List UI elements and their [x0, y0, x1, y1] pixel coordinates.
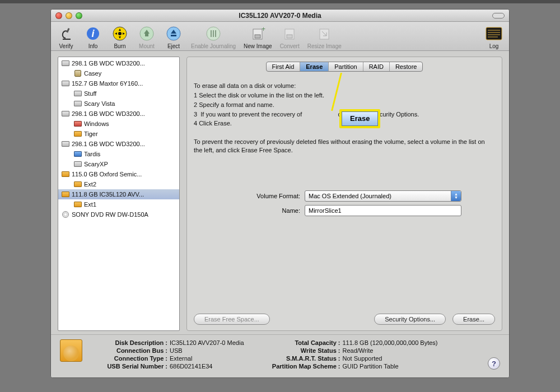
disk-list-item[interactable]: Scary Vista [58, 99, 179, 109]
hd-icon [62, 141, 69, 147]
instructions-step2: 2 Specify a format and name. [194, 101, 495, 109]
disk-list-item-label: 152.7 GB Maxtor 6Y160... [72, 80, 143, 87]
new-image-button[interactable]: + New Image [244, 24, 272, 49]
disk-list-item-label: Casey [84, 70, 101, 77]
help-button[interactable]: ? [488, 357, 500, 370]
info-button[interactable]: i Info [83, 24, 102, 49]
disk-list-item[interactable]: Tardis [58, 149, 179, 159]
orange-icon [74, 201, 82, 208]
orange-icon [62, 191, 69, 198]
letterbox [0, 3, 560, 9]
volume-format-label: Volume Format: [194, 193, 300, 199]
titlebar: IC35L120 AVV207-0 Media [51, 10, 509, 22]
callout-erase-button: Erase [342, 111, 378, 126]
blue-icon [74, 151, 82, 157]
disk-list-item-label: Tiger [84, 130, 98, 137]
tab-raid[interactable]: RAID [363, 62, 390, 71]
toolbar-toggle-icon[interactable] [492, 13, 505, 18]
disk-list-item[interactable]: Casey [58, 68, 179, 78]
disk-list-item-label: ScaryXP [84, 161, 108, 167]
disk-list-item-label: 115.0 GB Oxford Semic... [72, 171, 142, 178]
erase-button[interactable]: Erase... [452, 314, 495, 325]
verify-button[interactable]: Verify [57, 24, 76, 49]
disk-list-item[interactable]: ScaryXP [58, 159, 179, 169]
disk-list[interactable]: 298.1 GB WDC WD3200...Casey152.7 GB Maxt… [58, 57, 180, 331]
svg-rect-6 [145, 34, 148, 36]
log-button[interactable]: Log [484, 24, 503, 49]
disk-list-item-label: Ext2 [84, 181, 96, 188]
instructions-note: To prevent the recovery of previously de… [194, 138, 495, 155]
tab-restore[interactable]: Restore [390, 62, 423, 71]
disk-list-item[interactable]: Ext2 [58, 179, 179, 189]
hd-icon [62, 80, 69, 87]
new-image-icon: + [248, 24, 267, 43]
disk-list-item-label: Tardis [84, 151, 100, 157]
letterbox-bottom [0, 378, 560, 392]
disk-list-item[interactable]: 111.8 GB IC35L120 AVV... [58, 189, 179, 199]
footer-right-column: Total Capacity :111.8 GB (120,000,000,00… [264, 339, 438, 370]
disk-list-item-label: Scary Vista [84, 100, 115, 107]
hd-icon [74, 161, 82, 167]
disk-list-item[interactable]: Stuff [58, 88, 179, 99]
volume-name-label: Name: [194, 207, 300, 214]
hd-icon [62, 110, 69, 117]
cd-icon [62, 211, 69, 218]
disk-large-icon [60, 339, 82, 362]
disk-list-item[interactable]: 115.0 GB Oxford Semic... [58, 169, 179, 179]
footer-left-column: Disk Description :IC35L120 AVV207-0 Medi… [91, 339, 244, 370]
orange-icon [74, 130, 82, 137]
hd-icon [62, 60, 69, 67]
disk-list-item[interactable]: SONY DVD RW DW-D150A [58, 209, 179, 220]
disk-utility-window: IC35L120 AVV207-0 Media Verify i Info Bu… [50, 9, 510, 378]
volume-name-input[interactable]: MirrorSlice1 [305, 205, 461, 216]
volume-name-value: MirrorSlice1 [309, 207, 342, 214]
disk-list-item[interactable]: Ext1 [58, 199, 179, 209]
resize-button[interactable]: Resize Image [307, 24, 342, 49]
disk-list-item-label: Stuff [84, 90, 96, 97]
disk-list-item-label: 298.1 GB WDC WD3200... [72, 110, 145, 117]
tab-partition[interactable]: Partition [329, 62, 363, 71]
tab-first-aid[interactable]: First Aid [267, 62, 301, 71]
orange-icon [74, 181, 82, 188]
disk-list-item-label: Ext1 [84, 201, 96, 208]
select-arrows-icon: ▲▼ [451, 191, 461, 201]
volume-format-select[interactable]: Mac OS Extended (Journaled) ▲▼ [305, 190, 461, 202]
convert-icon [280, 24, 299, 43]
svg-rect-16 [486, 27, 502, 40]
svg-rect-8 [171, 35, 176, 36]
callout-highlight: Erase [339, 109, 380, 128]
burn-icon [110, 24, 129, 43]
eject-button[interactable]: Eject [164, 24, 183, 49]
disk-list-item-label: Windows [84, 120, 109, 127]
volume-format-row: Volume Format: Mac OS Extended (Journale… [194, 190, 495, 202]
convert-button[interactable]: Convert [280, 24, 300, 49]
disk-list-item[interactable]: 152.7 GB Maxtor 6Y160... [58, 78, 179, 88]
svg-point-4 [118, 32, 122, 35]
burn-button[interactable]: Burn [110, 24, 129, 49]
window-title: IC35L120 AVV207-0 Media [51, 12, 509, 20]
erase-free-space-button[interactable]: Erase Free Space... [194, 314, 270, 325]
tab-bar: First Aid Erase Partition RAID Restore [194, 62, 495, 72]
volume-name-row: Name: MirrorSlice1 [194, 205, 495, 216]
disk-list-item[interactable]: 298.1 GB WDC WD3200... [58, 58, 179, 68]
mount-icon [137, 24, 156, 43]
tab-erase[interactable]: Erase [300, 62, 329, 71]
disk-list-item[interactable]: Tiger [58, 129, 179, 139]
toolbar: Verify i Info Burn Mount Eject Enable Jo… [51, 22, 509, 51]
mount-button[interactable]: Mount [137, 24, 156, 49]
disk-list-item-label: 298.1 GB WDC WD3200... [72, 60, 145, 67]
button-row: Erase Free Space... Security Options... … [194, 314, 495, 325]
instructions-step1: 1 Select the disk or volume in the list … [194, 91, 495, 100]
disk-list-item[interactable]: Windows [58, 119, 179, 129]
journaling-button[interactable]: Enable Journaling [191, 24, 236, 49]
disk-list-item-label: 111.8 GB IC35L120 AVV... [72, 191, 144, 198]
svg-text:+: + [262, 26, 265, 33]
log-icon [484, 24, 503, 43]
volume-format-value: Mac OS Extended (Journaled) [309, 193, 391, 199]
svg-rect-14 [287, 35, 292, 38]
security-options-button[interactable]: Security Options... [374, 314, 446, 325]
disk-list-item[interactable]: 298.1 GB WDC WD3200... [58, 139, 179, 149]
svg-rect-15 [320, 29, 329, 39]
red-icon [74, 120, 82, 127]
disk-list-item[interactable]: 298.1 GB WDC WD3200... [58, 109, 179, 119]
